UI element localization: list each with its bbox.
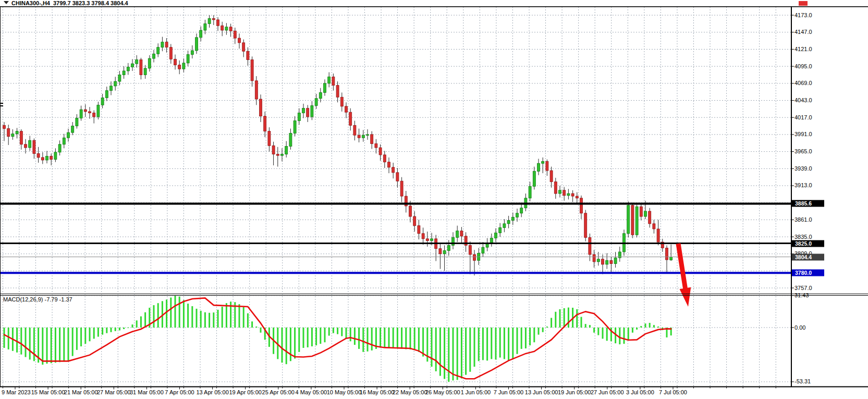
chart-canvas[interactable] <box>0 0 868 399</box>
sell-arrow-shaft <box>678 244 686 290</box>
trading-chart-window: CHINA300-,H43799.7 3823.3 3798.4 3804.4 … <box>0 0 868 399</box>
sell-arrow-head <box>680 287 691 307</box>
macd-signal-line <box>4 298 671 379</box>
